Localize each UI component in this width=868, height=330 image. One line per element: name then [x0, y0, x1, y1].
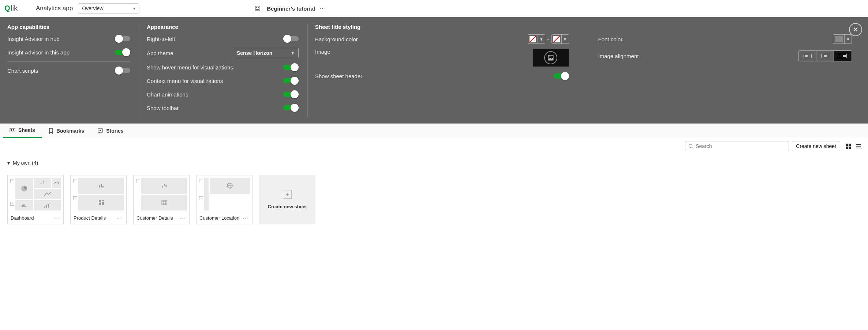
svg-point-43: [162, 186, 163, 187]
svg-rect-41: [102, 202, 104, 205]
sheet-toolbar: Create new sheet: [0, 138, 868, 154]
card-menu-icon[interactable]: ···: [243, 215, 249, 221]
tab-bookmarks-label: Bookmarks: [56, 128, 84, 134]
align-right-button[interactable]: [834, 51, 852, 61]
sheets-icon: [10, 127, 15, 133]
card-title: Customer Details: [136, 215, 173, 221]
bg-color-picker-2[interactable]: ▼: [551, 34, 569, 44]
view-dropdown[interactable]: Overview ▾: [78, 3, 139, 14]
toggle-show-header[interactable]: [554, 73, 569, 79]
view-dropdown-label: Overview: [82, 5, 103, 11]
list-view-button[interactable]: [853, 141, 864, 151]
plus-icon: +: [283, 190, 292, 199]
card-title: Product Details: [74, 215, 106, 221]
breadcrumb-app[interactable]: Analytics app: [36, 5, 73, 12]
toggle-context-menu[interactable]: [283, 78, 299, 83]
label-show-toolbar: Show toolbar: [147, 105, 179, 111]
list-icon: [856, 143, 861, 149]
theme-value: Sense Horizon: [237, 50, 272, 56]
sheet-card-location[interactable]: ◳ ◳ Customer Location ···: [196, 175, 252, 224]
svg-rect-37: [101, 184, 102, 187]
bar-icon: [21, 203, 27, 208]
svg-text:lik: lik: [11, 4, 18, 12]
label-insight-hub: Insight Advisor in hub: [7, 36, 60, 42]
toggle-insight-hub[interactable]: [115, 36, 130, 41]
sheet-card-customer[interactable]: ◳ Customer Details ···: [133, 175, 190, 224]
line-icon: [44, 191, 52, 197]
gauge-icon: [54, 180, 59, 185]
trend-icon: [44, 203, 52, 208]
svg-point-20: [689, 144, 692, 148]
chevron-down-icon: ▾: [7, 160, 10, 166]
svg-rect-2: [255, 6, 260, 11]
align-left-button[interactable]: [799, 51, 816, 61]
svg-rect-40: [102, 200, 104, 201]
create-new-sheet-card[interactable]: + Create new sheet: [259, 175, 315, 224]
svg-rect-24: [846, 147, 848, 149]
svg-point-45: [165, 185, 167, 187]
svg-rect-4: [258, 7, 259, 8]
label-img-align: Image alignment: [598, 53, 639, 59]
image-alignment-group: [798, 50, 852, 61]
label-chart-scripts: Chart scripts: [7, 68, 38, 74]
label-bg-color: Background color: [315, 36, 358, 42]
search-icon: [688, 144, 693, 149]
bar-icon: [98, 183, 105, 188]
toggle-rtl[interactable]: [283, 36, 299, 41]
tab-sheets[interactable]: Sheets: [3, 124, 42, 138]
card-menu-icon[interactable]: ···: [180, 215, 186, 221]
svg-rect-22: [846, 144, 848, 146]
settings-panel: ✕ App capabilities Insight Advisor in hu…: [0, 17, 868, 124]
svg-rect-38: [102, 186, 104, 187]
bg-color-picker-1[interactable]: ▼: [528, 34, 545, 44]
create-sheet-button[interactable]: Create new sheet: [792, 141, 840, 151]
svg-rect-15: [13, 130, 14, 131]
tab-stories[interactable]: Stories: [91, 124, 130, 138]
toggle-hover-menu[interactable]: [283, 65, 299, 70]
sheet-icon[interactable]: [253, 4, 262, 13]
search-box[interactable]: [685, 141, 789, 151]
card-menu-icon[interactable]: ···: [117, 215, 123, 221]
tab-bar: Sheets Bookmarks Stories: [0, 124, 868, 138]
svg-rect-13: [11, 129, 12, 131]
toggle-insight-app[interactable]: [115, 50, 130, 55]
tab-stories-label: Stories: [106, 128, 123, 134]
toggle-chart-anim[interactable]: [283, 92, 299, 97]
search-input[interactable]: [696, 143, 786, 149]
create-new-label: Create new sheet: [268, 204, 307, 209]
more-menu-icon[interactable]: ···: [319, 5, 326, 12]
close-button[interactable]: ✕: [849, 23, 862, 36]
svg-rect-27: [856, 146, 861, 147]
sheets-section: ▾ My own (4) ◳ #1 ◳ Dashboard ··· ◳: [0, 154, 868, 233]
capabilities-title: App capabilities: [7, 24, 130, 30]
theme-select[interactable]: Sense Horizon ▼: [233, 48, 299, 58]
card-menu-icon[interactable]: ···: [54, 215, 60, 221]
svg-rect-36: [99, 185, 100, 187]
kpi-badge: #1: [34, 178, 52, 188]
label-image: Image: [315, 49, 330, 55]
svg-rect-30: [22, 205, 23, 207]
image-picker-button[interactable]: [532, 49, 569, 67]
align-center-button[interactable]: [816, 51, 834, 61]
globe-icon: [227, 182, 233, 189]
section-header-my-own[interactable]: ▾ My own (4): [7, 157, 861, 169]
toggle-chart-scripts[interactable]: [115, 68, 130, 73]
svg-rect-3: [256, 7, 257, 8]
svg-point-11: [549, 56, 550, 57]
logo: Qlik: [4, 3, 30, 14]
font-color-picker[interactable]: ▼: [833, 34, 852, 44]
label-chart-anim: Chart animations: [147, 91, 188, 98]
svg-text:Q: Q: [4, 4, 10, 12]
label-hover-menu: Show hover menu for visualizations: [147, 64, 233, 71]
sheet-card-dashboard[interactable]: ◳ #1 ◳ Dashboard ···: [7, 175, 64, 224]
section-title: My own (4): [13, 160, 38, 166]
sheet-card-product[interactable]: ◳ ◳ Product Details ···: [70, 175, 127, 224]
grid-view-button[interactable]: [843, 141, 853, 151]
svg-rect-26: [856, 144, 861, 145]
toggle-show-toolbar[interactable]: [283, 105, 299, 110]
page-title: Beginner's tutorial: [267, 5, 315, 12]
sheet-styling-title: Sheet title styling: [315, 24, 569, 30]
svg-rect-42: [99, 203, 101, 205]
tab-bookmarks[interactable]: Bookmarks: [42, 124, 91, 138]
svg-rect-35: [48, 204, 49, 208]
